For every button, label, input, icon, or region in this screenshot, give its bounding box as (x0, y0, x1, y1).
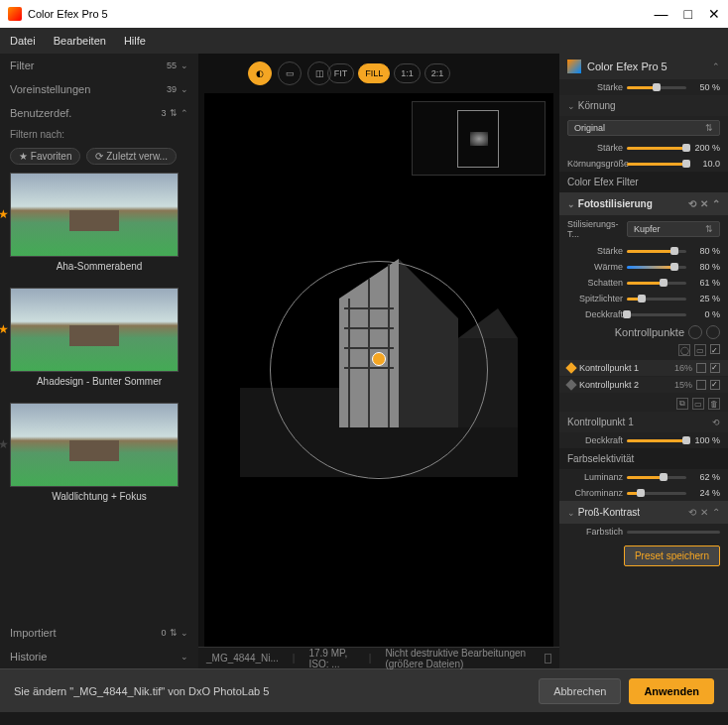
reset-icon[interactable]: ⟲ (688, 198, 696, 209)
statusbar: _MG_4844_Ni... | 17.9 MP, ISO: ... | Nic… (198, 647, 559, 668)
presets-label: Voreinstellungen (10, 83, 90, 95)
menu-edit[interactable]: Bearbeiten (54, 35, 106, 47)
style-select[interactable]: Kupfer⇅ (627, 221, 720, 237)
kp-dup-icon[interactable]: ▭ (692, 398, 704, 410)
kp-enable-check[interactable] (710, 363, 720, 373)
reset-icon[interactable]: ⟲ (688, 507, 696, 518)
app-icon (8, 7, 22, 21)
compare-icon[interactable]: ◐ (248, 61, 272, 85)
section-presets[interactable]: Voreinstellungen 39 ⌄ (0, 77, 198, 101)
status-mode: Nicht destruktive Bearbeitungen (größere… (385, 648, 527, 669)
navigator[interactable] (412, 101, 546, 176)
zoom-fill[interactable]: FILL (358, 63, 390, 83)
kp-tool-2[interactable]: ▭ (694, 344, 706, 356)
preset-item[interactable]: ★ Waldlichtung + Fokus (10, 403, 188, 506)
custom-label: Benutzerdef. (10, 107, 71, 119)
section-custom[interactable]: Benutzerdef. 3 ⇅ ⌃ (0, 101, 198, 125)
preset-item[interactable]: ★ Aha-Sommerabend (10, 173, 188, 276)
close-filter-icon[interactable]: ✕ (700, 507, 708, 518)
kp-visible-check[interactable] (696, 380, 706, 390)
grain-select[interactable]: Original⇅ (567, 120, 720, 136)
slider-foto-staerke[interactable]: Stärke 80 % (559, 243, 728, 259)
collapse-icon[interactable]: ⌃ (712, 507, 720, 518)
cancel-button[interactable]: Abbrechen (539, 678, 621, 704)
section-imported[interactable]: Importiert 0 ⇅ ⌄ (0, 621, 198, 645)
apply-button[interactable]: Anwenden (629, 678, 714, 704)
chevron-down-icon: ⌄ (181, 652, 188, 662)
history-label: Historie (10, 651, 47, 663)
star-icon[interactable]: ★ (0, 437, 9, 451)
zoom-2-1[interactable]: 2:1 (425, 63, 451, 83)
minimize-button[interactable]: — (655, 6, 668, 22)
right-panel-header: Color Efex Pro 5 ⌃ (559, 54, 728, 79)
chevron-updown-icon: ⇅ ⌄ (170, 628, 188, 638)
image-canvas[interactable] (204, 93, 553, 647)
menu-file[interactable]: Datei (10, 35, 36, 47)
add-point-icon[interactable] (688, 325, 702, 339)
mode-checkbox[interactable] (545, 654, 551, 664)
kp-enable-check[interactable] (710, 380, 720, 390)
collapse-icon[interactable]: ⌃ (712, 61, 720, 71)
grain-select-row: Original⇅ (559, 116, 728, 140)
chevron-updown-icon: ⇅ (705, 224, 713, 234)
chevron-down-icon: ⌄ (181, 84, 188, 94)
kp-tool-check[interactable] (710, 344, 720, 354)
maximize-button[interactable]: □ (684, 6, 692, 22)
slider-grain-size[interactable]: Körnungsgröße 10.0 (559, 156, 728, 172)
section-history[interactable]: Historie ⌄ (0, 645, 198, 668)
kp-visible-check[interactable] (696, 363, 706, 373)
kp-tool-1[interactable]: ◯ (678, 344, 690, 356)
chip-recent[interactable]: ⟳ Zuletzt verw... (86, 148, 176, 165)
collapse-icon[interactable]: ⌃ (712, 198, 720, 209)
filterby-label: Filtern nach: (0, 125, 198, 144)
control-point-marker[interactable] (372, 352, 386, 366)
menu-help[interactable]: Hilfe (124, 35, 146, 47)
kp-row[interactable]: Kontrollpunkt 1 16% (559, 360, 728, 376)
filter-fotostilisierung[interactable]: ⌄ Fotostilisierung ⟲ ✕ ⌃ (559, 192, 728, 215)
preset-label: Waldlichtung + Fokus (10, 487, 188, 506)
slider-staerke-top[interactable]: Stärke 50 % (559, 79, 728, 95)
filter-prokontrast[interactable]: ⌄ Proß-Kontrast ⟲ ✕ ⌃ (559, 501, 728, 524)
diamond-icon (565, 379, 576, 390)
control-circle[interactable] (270, 261, 488, 479)
section-farbsel: Farbselektivität (559, 448, 728, 469)
preset-label: Ahadesign - Bunter Sommer (10, 372, 188, 391)
add-line-icon[interactable] (706, 325, 720, 339)
chevron-down-icon: ⌄ (181, 60, 188, 70)
slider-grain-staerke[interactable]: Stärke 200 % (559, 140, 728, 156)
kp-copy-icon[interactable]: ⧉ (676, 398, 688, 410)
slider-kp-deck[interactable]: Deckkraft 100 % (559, 432, 728, 448)
slider-waerme[interactable]: Wärme 80 % (559, 259, 728, 275)
preset-item[interactable]: ★ Ahadesign - Bunter Sommer (10, 288, 188, 391)
reset-icon[interactable]: ⟲ (712, 418, 720, 427)
slider-chrominanz[interactable]: Chrominanz 24 % (559, 485, 728, 501)
star-icon[interactable]: ★ (0, 207, 9, 221)
slider-luminanz[interactable]: Luminanz 62 % (559, 469, 728, 485)
left-panel: Filter 55 ⌄ Voreinstellungen 39 ⌄ Benutz… (0, 54, 198, 668)
section-filter[interactable]: Filter 55 ⌄ (0, 54, 198, 77)
kp-delete-icon[interactable]: 🗑 (708, 398, 720, 410)
split-icon[interactable]: ▭ (278, 61, 302, 85)
chip-favorites[interactable]: ★ Favoriten (10, 148, 80, 165)
window-title: Color Efex Pro 5 (28, 8, 108, 20)
preset-save-button[interactable]: Preset speichern (624, 545, 720, 566)
preset-thumb (10, 173, 179, 257)
zoom-1-1[interactable]: 1:1 (394, 63, 421, 83)
chevron-updown-icon: ⇅ ⌃ (170, 108, 188, 118)
section-grain[interactable]: ⌄ Körnung (559, 95, 728, 116)
slider-deckkraft[interactable]: Deckkraft 0 % (559, 306, 728, 322)
filter-label: Filter (10, 60, 34, 71)
footer: Sie ändern "_MG_4844_Nik.tif" von DxO Ph… (0, 668, 728, 712)
slider-schatten[interactable]: Schatten 61 % (559, 275, 728, 291)
close-filter-icon[interactable]: ✕ (700, 198, 708, 209)
status-info: 17.9 MP, ISO: ... (308, 648, 354, 669)
slider-spitzlichter[interactable]: Spitzlichter 25 % (559, 291, 728, 306)
star-icon[interactable]: ★ (0, 322, 9, 336)
kp-row[interactable]: Kontrollpunkt 2 15% (559, 377, 728, 393)
toolbar: ◐ ▭ ◫ FIT FILL 1:1 2:1 (198, 54, 559, 93)
section-cef-filter: Color Efex Filter (559, 172, 728, 192)
sidebyside-icon[interactable]: ◫ (307, 61, 331, 85)
close-button[interactable]: ✕ (708, 6, 720, 22)
footer-message: Sie ändern "_MG_4844_Nik.tif" von DxO Ph… (14, 685, 269, 697)
section-kp1[interactable]: Kontrollpunkt 1 ⟲ (559, 412, 728, 432)
